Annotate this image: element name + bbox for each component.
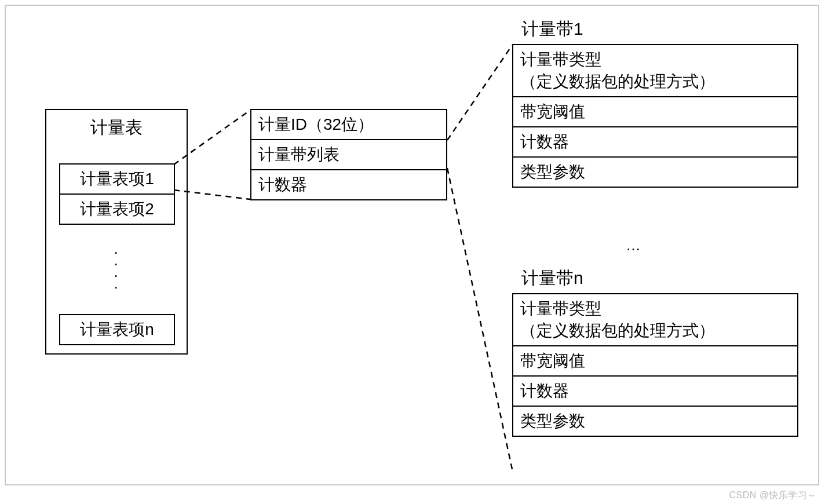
meter-table-box: 计量表 计量表项1 计量表项2 . . . . 计量表项n <box>45 109 188 355</box>
band-1-box: 计量带类型 （定义数据包的处理方式） 带宽阈值 计数器 类型参数 <box>512 44 798 188</box>
band-n-box: 计量带类型 （定义数据包的处理方式） 带宽阈值 计数器 类型参数 <box>512 293 798 437</box>
band-row: 计量带类型 （定义数据包的处理方式） <box>512 44 798 97</box>
band-row: 带宽阈值 <box>512 96 798 127</box>
band-1-title: 计量带1 <box>517 15 588 46</box>
band-row: 计数器 <box>512 126 798 158</box>
meter-entry-row: 计数器 <box>250 169 447 200</box>
meter-entry-row: 计量带列表 <box>250 139 447 170</box>
band-row: 计量带类型 （定义数据包的处理方式） <box>512 293 798 346</box>
band-row: 类型参数 <box>512 406 798 437</box>
band-row: 类型参数 <box>512 156 798 188</box>
ellipsis-icon: … <box>626 236 641 254</box>
band-n-title: 计量带n <box>517 264 588 295</box>
meter-entry-box: 计量ID（32位） 计量带列表 计数器 <box>250 109 447 200</box>
meter-table-item: 计量表项2 <box>59 193 175 225</box>
band-row: 带宽阈值 <box>512 345 798 377</box>
meter-table-item: 计量表项1 <box>59 163 175 195</box>
meter-entry-row: 计量ID（32位） <box>250 109 447 140</box>
meter-table-title: 计量表 <box>46 110 187 145</box>
watermark: CSDN @快乐学习～ <box>729 490 817 502</box>
band-row: 计数器 <box>512 375 798 407</box>
meter-table-item: 计量表项n <box>59 314 175 345</box>
ellipsis-icon: . . . . <box>46 226 187 306</box>
